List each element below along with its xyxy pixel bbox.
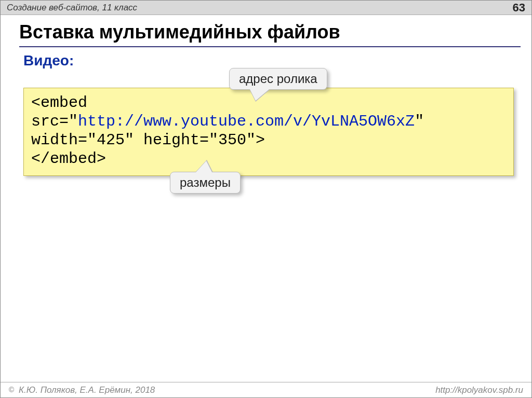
code-line-2: src="http://www.youtube.com/v/YvLNA5OW6x…	[31, 112, 506, 131]
code-line-3: width="425" height="350">	[31, 131, 506, 149]
footer-left: © К.Ю. Поляков, Е.А. Ерёмин, 2018	[9, 385, 155, 395]
code-url: http://www.youtube.com/v/YvLNA5OW6xZ	[78, 113, 415, 130]
top-bar: Создание веб-сайтов, 11 класс 63	[1, 1, 531, 15]
callout-size: размеры	[170, 172, 241, 194]
callout-tail-icon	[250, 89, 269, 101]
callout-tail-icon	[196, 161, 212, 172]
code-text: "	[415, 113, 424, 130]
page-number: 63	[513, 1, 525, 15]
code-line-4: </embed>	[31, 149, 506, 168]
footer-authors: К.Ю. Поляков, Е.А. Ерёмин, 2018	[19, 385, 155, 395]
slide: Создание веб-сайтов, 11 класс 63 Вставка…	[0, 0, 532, 398]
title-rule	[19, 46, 521, 47]
title-area: Вставка мультимедийных файлов	[19, 21, 516, 47]
section-label: Видео:	[23, 52, 74, 69]
slide-title: Вставка мультимедийных файлов	[19, 21, 516, 43]
course-label: Создание веб-сайтов, 11 класс	[7, 3, 137, 13]
footer: © К.Ю. Поляков, Е.А. Ерёмин, 2018 http:/…	[1, 382, 531, 397]
callout-url: адрес ролика	[229, 68, 327, 90]
code-text: src="	[31, 113, 78, 130]
callout-label: адрес ролика	[239, 72, 317, 86]
copyright-icon: ©	[9, 386, 14, 394]
callout-label: размеры	[180, 175, 231, 189]
footer-right: http://kpolyakov.spb.ru	[435, 385, 523, 395]
